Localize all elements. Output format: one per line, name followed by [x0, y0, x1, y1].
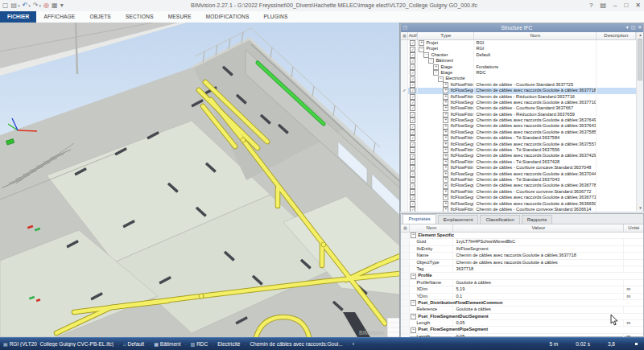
- menu-item-fichier[interactable]: FICHIER: [0, 11, 36, 23]
- breadcrumb-item[interactable]: Electricité: [217, 341, 240, 347]
- target-icon[interactable]: ◎: [43, 0, 49, 11]
- app-icon[interactable]: ▢: [2, 0, 9, 11]
- expander-icon[interactable]: +: [443, 130, 448, 135]
- property-row[interactable]: Length0,05m: [401, 320, 643, 327]
- property-row[interactable]: NameChemin de câbles avec raccords:Goulo…: [401, 253, 643, 259]
- dropdown-arrow-icon[interactable]: ▾: [18, 0, 20, 11]
- checkbox[interactable]: ✓: [410, 112, 415, 117]
- tree-row[interactable]: ✓+IfcFlowFittingChemin de câbles - Courb…: [401, 105, 643, 111]
- tree-row[interactable]: ✓+IfcFlowFittingChemin de câbles - Réduc…: [401, 94, 643, 100]
- expander-icon[interactable]: +: [443, 177, 448, 183]
- tree-row[interactable]: ✓+IfcFlowSegmentChemin de câbles avec ra…: [401, 130, 643, 135]
- property-row[interactable]: Tag3637718: [401, 266, 643, 273]
- tab-classification[interactable]: Classification: [480, 215, 519, 224]
- expander-icon[interactable]: +: [443, 154, 448, 159]
- paste-icon[interactable]: ▤▾: [11, 0, 20, 11]
- checkbox[interactable]: ✓: [410, 82, 415, 88]
- close-button[interactable]: ✕: [635, 0, 641, 11]
- property-row[interactable]: −Pset_DistributionFlowElementCommon: [401, 300, 643, 307]
- expander-icon[interactable]: −: [423, 52, 429, 58]
- column-header-nom[interactable]: Nom: [474, 32, 597, 39]
- expander-icon[interactable]: +: [443, 183, 448, 189]
- property-row[interactable]: ObjectTypeChemin de câbles avec raccords…: [401, 260, 643, 266]
- help-button[interactable]: ?: [589, 0, 592, 11]
- expander-icon[interactable]: −: [433, 70, 439, 76]
- checkbox[interactable]: ✓: [410, 159, 415, 165]
- expander-icon[interactable]: +: [443, 142, 448, 147]
- checkbox[interactable]: ✓: [410, 64, 415, 70]
- dropdown-icon[interactable]: ▾: [626, 23, 629, 32]
- property-row[interactable]: ReferenceGoulotte à câbles: [401, 307, 643, 313]
- tree-row[interactable]: ✓+IfcFlowSegmentChemin de câbles avec ra…: [401, 195, 643, 200]
- tree-row[interactable]: ✓+IfcFlowSegmentChemin de câbles avec ra…: [401, 183, 643, 188]
- checkbox[interactable]: ✓: [410, 88, 415, 93]
- tab-rapports[interactable]: Rapports: [522, 215, 552, 224]
- expander-icon[interactable]: +: [443, 124, 448, 130]
- expander-icon[interactable]: +: [443, 165, 448, 171]
- checkbox[interactable]: ✓: [410, 47, 415, 52]
- tree-row[interactable]: ✓+IfcFlowSegmentChemin de câbles avec ra…: [401, 201, 643, 207]
- expander-icon[interactable]: +: [443, 88, 448, 93]
- property-row[interactable]: IfcEntityIfcFlowSegment: [401, 246, 643, 253]
- expander-icon[interactable]: +: [443, 105, 448, 111]
- breadcrumb-item[interactable]: ▦Bâtiment: [154, 341, 180, 347]
- viewport-3d[interactable]: BIMvision: [0, 23, 400, 337]
- property-row[interactable]: YDim0,1m: [401, 294, 643, 300]
- checkbox[interactable]: ✓: [410, 189, 415, 195]
- checkbox[interactable]: ✓: [410, 165, 415, 171]
- expander-icon[interactable]: +: [443, 94, 448, 100]
- checkbox[interactable]: ✓: [410, 171, 415, 177]
- tree-row[interactable]: ✓+ProjetRGI: [401, 40, 643, 46]
- more-icon[interactable]: ▾: [60, 0, 64, 11]
- group-expander-icon[interactable]: −: [411, 233, 416, 238]
- tree-row[interactable]: ✓+IfcFlowFittingChemin de câbles - Té:St…: [401, 135, 643, 141]
- expander-icon[interactable]: +: [443, 100, 448, 105]
- tree-row[interactable]: ✓+IfcFlowFittingChemin de câbles - Té:St…: [401, 147, 643, 153]
- checkbox[interactable]: ✓: [410, 100, 415, 105]
- breadcrumb-item[interactable]: Chemin de câbles avec raccords:Goul...: [250, 341, 342, 347]
- pin-icon[interactable]: ◫: [631, 23, 636, 32]
- group-expander-icon[interactable]: −: [411, 327, 416, 333]
- tree-row[interactable]: ✓+IfcFlowFittingChemin de câbles - Courb…: [401, 165, 643, 171]
- menu-item-sections[interactable]: SECTIONS: [118, 11, 161, 23]
- breadcrumb-next-arrow[interactable]: ›: [353, 341, 354, 347]
- tree-row[interactable]: ✓+IfcFlowFittingChemin de câbles - Té:St…: [401, 159, 643, 165]
- property-row[interactable]: Guid1vyLT7lH4PSchssWbnesBbC: [401, 239, 643, 245]
- property-row[interactable]: −Pset_FlowSegmentDuctSegment: [401, 314, 643, 320]
- restore-button[interactable]: □: [624, 0, 628, 11]
- checkbox[interactable]: ✓: [410, 117, 415, 123]
- tree-row[interactable]: ✓−Electricité: [401, 76, 643, 81]
- checkbox[interactable]: ✓: [410, 147, 415, 153]
- viewport-3d-scene[interactable]: BIMvision: [0, 23, 400, 337]
- tree-row[interactable]: ✓+IfcFlowFittingChemin de câbles - Courb…: [401, 189, 643, 195]
- checkbox[interactable]: ✓: [410, 70, 415, 76]
- expander-icon[interactable]: −: [438, 76, 444, 82]
- tree-row[interactable]: ✓+IfcFlowFittingChemin de câbles - Courb…: [401, 82, 643, 88]
- expander-icon[interactable]: −: [428, 58, 434, 64]
- scroll-down-icon[interactable]: ▼: [637, 206, 643, 210]
- checkbox[interactable]: ✓: [410, 40, 415, 46]
- checkbox[interactable]: ✓: [410, 58, 415, 64]
- expander-icon[interactable]: +: [443, 82, 448, 88]
- breadcrumb-item[interactable]: ▥RDC: [190, 341, 208, 347]
- tree-row[interactable]: ✓+IfcFlowSegmentChemin de câbles avec ra…: [401, 100, 643, 105]
- checkbox[interactable]: ✓: [410, 183, 415, 189]
- tree-row[interactable]: ✓+EtageFondations: [401, 64, 643, 70]
- expander-icon[interactable]: +: [419, 40, 424, 46]
- tree-row[interactable]: ✓+IfcFlowSegmentChemin de câbles avec ra…: [401, 153, 643, 159]
- expander-icon[interactable]: +: [443, 135, 448, 141]
- expander-icon[interactable]: +: [443, 171, 448, 177]
- property-row[interactable]: −Profile: [401, 273, 643, 279]
- tree-row[interactable]: ✓+IfcFlowSegmentChemin de câbles avec ra…: [401, 123, 643, 129]
- expander-icon[interactable]: +: [433, 64, 439, 70]
- tree-row[interactable]: ✓+IfcFlowFittingChemin de câbles - Té:St…: [401, 177, 643, 183]
- column-header-actif[interactable]: Actif: [408, 32, 418, 39]
- checkbox[interactable]: ✓: [410, 94, 415, 100]
- expander-icon[interactable]: +: [443, 159, 448, 165]
- breadcrumb-item[interactable]: ⌂Default: [123, 341, 144, 347]
- expander-icon[interactable]: +: [443, 117, 448, 123]
- expander-icon[interactable]: +: [443, 147, 448, 153]
- tree-row[interactable]: ✓+IfcFlowFittingChemin de câbles - Réduc…: [401, 112, 643, 117]
- group-expander-icon[interactable]: −: [411, 314, 416, 319]
- column-header-type[interactable]: Type: [418, 32, 474, 39]
